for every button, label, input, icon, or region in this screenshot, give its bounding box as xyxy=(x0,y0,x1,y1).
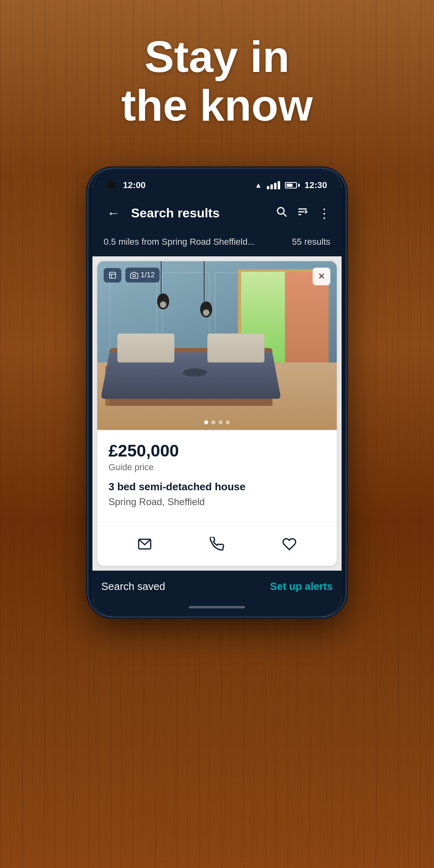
save-heart-button[interactable] xyxy=(277,532,301,556)
home-bar xyxy=(189,606,245,608)
photo-count: 1/12 xyxy=(141,271,155,279)
headline-line2: the know xyxy=(121,80,313,130)
price-label: Guide price xyxy=(108,462,326,473)
nav-bar: ← Search results xyxy=(92,195,342,231)
close-card-button[interactable]: ✕ xyxy=(313,268,330,285)
property-price: £250,000 xyxy=(108,441,326,461)
more-icon[interactable]: ⋮ xyxy=(318,206,330,221)
photo-counter-button[interactable]: 1/12 xyxy=(125,268,160,283)
headline-line1: Stay in xyxy=(145,32,290,81)
property-actions xyxy=(97,525,337,566)
property-info: £250,000 Guide price 3 bed semi-detached… xyxy=(97,430,337,525)
bedroom-scene xyxy=(97,261,337,430)
dot-1 xyxy=(204,420,208,424)
dot-4 xyxy=(226,420,230,424)
front-camera xyxy=(107,181,115,189)
status-time-left: 12:00 xyxy=(123,180,145,190)
dot-3 xyxy=(219,420,223,424)
results-count: 55 results xyxy=(292,237,330,247)
email-button[interactable] xyxy=(133,532,157,556)
svg-point-0 xyxy=(278,208,284,214)
signal-icon xyxy=(267,181,280,189)
property-card: 1/12 ✕ xyxy=(97,261,337,566)
property-type: 3 bed semi-detached house xyxy=(108,481,326,493)
search-subtitle-bar: 0.5 miles from Spring Road Sheffield... … xyxy=(92,231,342,256)
nav-title: Search results xyxy=(131,206,268,221)
pillow-2 xyxy=(207,334,264,362)
sort-icon[interactable] xyxy=(297,206,308,220)
svg-point-8 xyxy=(133,274,136,277)
status-time-right: 12:30 xyxy=(305,180,327,190)
image-dots xyxy=(204,420,230,424)
search-location: 0.5 miles from Spring Road Sheffield... xyxy=(104,237,255,247)
search-icon[interactable] xyxy=(276,206,287,220)
pillow-1 xyxy=(117,334,174,362)
phone-screen: 12:00 ▲ xyxy=(92,169,342,616)
home-indicator xyxy=(92,602,342,616)
battery-icon xyxy=(285,182,300,188)
svg-line-1 xyxy=(284,214,287,217)
status-bar: 12:00 ▲ xyxy=(92,173,342,195)
nav-icons: ⋮ xyxy=(276,206,330,221)
dot-2 xyxy=(211,420,215,424)
card-area: 1/12 ✕ xyxy=(92,256,342,571)
bottom-bar: Search saved Set up alerts xyxy=(92,571,342,602)
phone-top-edge xyxy=(92,169,342,173)
phone-button[interactable] xyxy=(205,532,229,556)
set-alerts-button[interactable]: Set up alerts xyxy=(270,580,333,593)
wifi-icon: ▲ xyxy=(255,181,262,190)
phone-device: 12:00 ▲ xyxy=(88,169,346,616)
floorplan-button[interactable] xyxy=(104,268,121,283)
pendant-light-2 xyxy=(200,261,208,317)
property-image-container: 1/12 ✕ xyxy=(97,261,337,430)
search-saved-text: Search saved xyxy=(101,580,165,593)
svg-rect-5 xyxy=(110,272,116,278)
status-right-icons: ▲ 12:30 xyxy=(255,180,327,190)
headline: Stay in the know xyxy=(0,32,434,129)
bed xyxy=(109,334,272,406)
back-button[interactable]: ← xyxy=(104,203,123,224)
property-address: Spring Road, Sheffield xyxy=(108,496,326,508)
image-overlay-controls: 1/12 xyxy=(104,268,160,283)
